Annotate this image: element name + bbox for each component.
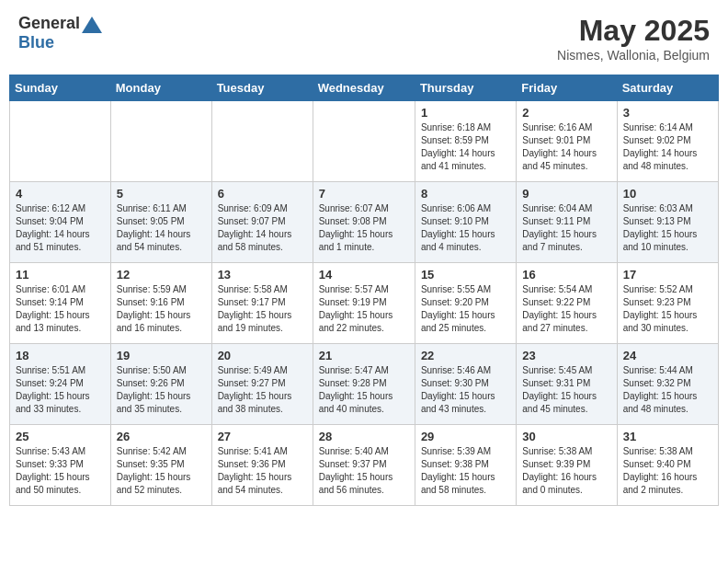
day-cell: [313, 101, 415, 182]
day-cell: 21Sunrise: 5:47 AMSunset: 9:28 PMDayligh…: [313, 344, 415, 425]
day-number: 9: [522, 187, 610, 201]
day-cell: 6Sunrise: 6:09 AMSunset: 9:07 PMDaylight…: [211, 182, 313, 263]
day-cell: 10Sunrise: 6:03 AMSunset: 9:13 PMDayligh…: [617, 182, 718, 263]
day-number: 14: [319, 268, 409, 282]
day-info: Sunrise: 6:04 AMSunset: 9:11 PMDaylight:…: [522, 202, 610, 254]
day-info: Sunrise: 6:12 AMSunset: 9:04 PMDaylight:…: [16, 202, 105, 254]
day-info: Sunrise: 5:38 AMSunset: 9:40 PMDaylight:…: [623, 445, 712, 497]
day-number: 13: [218, 268, 307, 282]
day-number: 3: [623, 106, 712, 120]
day-number: 18: [16, 349, 105, 362]
day-cell: 11Sunrise: 6:01 AMSunset: 9:14 PMDayligh…: [10, 263, 111, 344]
day-number: 25: [16, 430, 105, 443]
day-info: Sunrise: 5:54 AMSunset: 9:22 PMDaylight:…: [522, 283, 610, 335]
logo-general: General: [18, 14, 80, 32]
header-row: SundayMondayTuesdayWednesdayThursdayFrid…: [10, 75, 719, 101]
week-row-3: 11Sunrise: 6:01 AMSunset: 9:14 PMDayligh…: [10, 263, 719, 344]
day-cell: 9Sunrise: 6:04 AMSunset: 9:11 PMDaylight…: [517, 182, 617, 263]
day-number: 20: [218, 349, 307, 362]
logo-text: General Blue: [18, 14, 104, 52]
day-info: Sunrise: 5:49 AMSunset: 9:27 PMDaylight:…: [218, 364, 307, 416]
header-thursday: Thursday: [415, 75, 516, 101]
day-info: Sunrise: 5:38 AMSunset: 9:39 PMDaylight:…: [522, 445, 610, 497]
day-number: 10: [623, 187, 712, 201]
day-cell: [10, 101, 111, 182]
day-info: Sunrise: 6:06 AMSunset: 9:10 PMDaylight:…: [421, 202, 510, 254]
day-cell: 30Sunrise: 5:38 AMSunset: 9:39 PMDayligh…: [517, 425, 617, 506]
day-info: Sunrise: 5:39 AMSunset: 9:38 PMDaylight:…: [421, 445, 510, 497]
header-monday: Monday: [110, 75, 211, 101]
day-info: Sunrise: 6:11 AMSunset: 9:05 PMDaylight:…: [117, 202, 206, 254]
day-cell: 25Sunrise: 5:43 AMSunset: 9:33 PMDayligh…: [10, 425, 111, 506]
day-info: Sunrise: 5:47 AMSunset: 9:28 PMDaylight:…: [319, 364, 409, 416]
day-cell: 26Sunrise: 5:42 AMSunset: 9:35 PMDayligh…: [110, 425, 211, 506]
day-number: 11: [16, 268, 105, 282]
day-number: 28: [319, 430, 409, 443]
day-info: Sunrise: 5:43 AMSunset: 9:33 PMDaylight:…: [16, 445, 105, 497]
day-cell: 14Sunrise: 5:57 AMSunset: 9:19 PMDayligh…: [313, 263, 415, 344]
day-cell: 22Sunrise: 5:46 AMSunset: 9:30 PMDayligh…: [415, 344, 516, 425]
day-number: 16: [522, 268, 610, 282]
day-info: Sunrise: 5:58 AMSunset: 9:17 PMDaylight:…: [218, 283, 307, 335]
day-cell: 5Sunrise: 6:11 AMSunset: 9:05 PMDaylight…: [110, 182, 211, 263]
day-number: 31: [623, 430, 712, 443]
svg-marker-0: [82, 17, 102, 33]
week-row-5: 25Sunrise: 5:43 AMSunset: 9:33 PMDayligh…: [10, 425, 719, 506]
day-number: 6: [218, 187, 307, 201]
calendar-table: SundayMondayTuesdayWednesdayThursdayFrid…: [9, 75, 719, 506]
day-cell: 17Sunrise: 5:52 AMSunset: 9:23 PMDayligh…: [617, 263, 718, 344]
day-info: Sunrise: 5:52 AMSunset: 9:23 PMDaylight:…: [623, 283, 712, 335]
day-cell: 3Sunrise: 6:14 AMSunset: 9:02 PMDaylight…: [617, 101, 718, 182]
day-info: Sunrise: 6:09 AMSunset: 9:07 PMDaylight:…: [218, 202, 307, 254]
day-number: 4: [16, 187, 105, 201]
day-cell: 23Sunrise: 5:45 AMSunset: 9:31 PMDayligh…: [517, 344, 617, 425]
month-title: May 2025: [557, 14, 710, 48]
week-row-2: 4Sunrise: 6:12 AMSunset: 9:04 PMDaylight…: [10, 182, 719, 263]
day-cell: 7Sunrise: 6:07 AMSunset: 9:08 PMDaylight…: [313, 182, 415, 263]
logo-blue: Blue: [18, 33, 54, 52]
day-info: Sunrise: 6:03 AMSunset: 9:13 PMDaylight:…: [623, 202, 712, 254]
day-info: Sunrise: 6:07 AMSunset: 9:08 PMDaylight:…: [319, 202, 409, 254]
day-cell: 19Sunrise: 5:50 AMSunset: 9:26 PMDayligh…: [110, 344, 211, 425]
day-number: 17: [623, 268, 712, 282]
day-cell: 31Sunrise: 5:38 AMSunset: 9:40 PMDayligh…: [617, 425, 718, 506]
day-number: 22: [421, 349, 510, 362]
header-saturday: Saturday: [617, 75, 718, 101]
day-number: 30: [522, 430, 610, 443]
day-info: Sunrise: 5:57 AMSunset: 9:19 PMDaylight:…: [319, 283, 409, 335]
day-cell: [110, 101, 211, 182]
logo: General Blue: [18, 14, 104, 52]
day-number: 19: [117, 349, 206, 362]
header-wednesday: Wednesday: [313, 75, 415, 101]
day-info: Sunrise: 5:40 AMSunset: 9:37 PMDaylight:…: [319, 445, 409, 497]
day-cell: 27Sunrise: 5:41 AMSunset: 9:36 PMDayligh…: [211, 425, 313, 506]
header-friday: Friday: [517, 75, 617, 101]
day-info: Sunrise: 6:16 AMSunset: 9:01 PMDaylight:…: [522, 121, 610, 173]
day-info: Sunrise: 5:50 AMSunset: 9:26 PMDaylight:…: [117, 364, 206, 416]
day-cell: 16Sunrise: 5:54 AMSunset: 9:22 PMDayligh…: [517, 263, 617, 344]
day-number: 15: [421, 268, 510, 282]
header-tuesday: Tuesday: [211, 75, 313, 101]
day-info: Sunrise: 6:14 AMSunset: 9:02 PMDaylight:…: [623, 121, 712, 173]
day-number: 27: [218, 430, 307, 443]
day-info: Sunrise: 5:55 AMSunset: 9:20 PMDaylight:…: [421, 283, 510, 335]
day-number: 23: [522, 349, 610, 362]
day-info: Sunrise: 5:41 AMSunset: 9:36 PMDaylight:…: [218, 445, 307, 497]
day-info: Sunrise: 5:51 AMSunset: 9:24 PMDaylight:…: [16, 364, 105, 416]
header-sunday: Sunday: [10, 75, 111, 101]
day-number: 7: [319, 187, 409, 201]
location-title: Nismes, Wallonia, Belgium: [557, 48, 710, 63]
day-number: 5: [117, 187, 206, 201]
day-info: Sunrise: 5:45 AMSunset: 9:31 PMDaylight:…: [522, 364, 610, 416]
day-info: Sunrise: 6:18 AMSunset: 8:59 PMDaylight:…: [421, 121, 510, 173]
day-info: Sunrise: 6:01 AMSunset: 9:14 PMDaylight:…: [16, 283, 105, 335]
day-cell: 4Sunrise: 6:12 AMSunset: 9:04 PMDaylight…: [10, 182, 111, 263]
title-section: May 2025 Nismes, Wallonia, Belgium: [557, 14, 710, 63]
day-cell: [211, 101, 313, 182]
day-number: 2: [522, 106, 610, 120]
day-cell: 12Sunrise: 5:59 AMSunset: 9:16 PMDayligh…: [110, 263, 211, 344]
day-cell: 15Sunrise: 5:55 AMSunset: 9:20 PMDayligh…: [415, 263, 516, 344]
page-header: General Blue May 2025 Nismes, Wallonia, …: [9, 9, 719, 67]
day-number: 26: [117, 430, 206, 443]
day-info: Sunrise: 5:42 AMSunset: 9:35 PMDaylight:…: [117, 445, 206, 497]
